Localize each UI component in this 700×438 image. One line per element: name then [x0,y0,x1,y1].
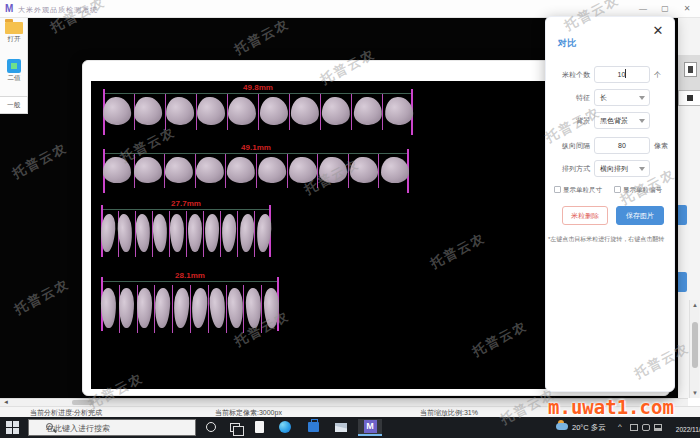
right-panel-tab[interactable] [678,90,700,106]
rice-grain[interactable] [102,96,132,126]
weather-text[interactable]: 20°C 多云 [572,423,606,433]
rice-grain[interactable] [100,214,117,253]
ime-icon[interactable] [654,424,662,431]
folder-icon [5,22,23,34]
store-icon[interactable] [302,419,324,436]
window-title: 大米外观品质检测系统 [18,5,98,15]
edge-icon[interactable] [274,419,296,436]
rice-grain[interactable] [322,96,351,125]
rice-grain[interactable] [353,96,383,126]
side-tab[interactable]: 一般 [0,96,28,114]
chevron-down-icon [639,96,645,100]
rice-grain[interactable] [384,96,414,126]
scroll-left-icon[interactable]: ◄ [1,399,11,406]
measurement-label: 27.7mm [101,199,271,208]
right-panel-button-sliver[interactable] [678,272,687,292]
rice-grain[interactable] [152,214,167,252]
rice-grain[interactable] [188,214,202,252]
field-vspacing: 纵向间隔 80 像素 [546,137,676,154]
rice-grain[interactable] [319,157,347,184]
rice-grain[interactable] [134,96,163,125]
taskbar-search[interactable]: 在此键入进行搜索 [28,419,196,436]
rice-grain[interactable] [257,156,286,184]
scroll-down-icon[interactable]: ▼ [690,388,700,398]
rice-grain[interactable] [264,288,279,328]
rice-grain[interactable] [190,288,208,329]
right-panel-button-sliver[interactable] [678,205,687,225]
rice-grain[interactable] [290,97,319,126]
rice-grain[interactable] [259,97,287,125]
chevron-down-icon [639,167,645,171]
scroll-up-icon[interactable]: ▲ [690,300,700,310]
close-button[interactable]: ✕ [680,2,694,15]
open-button[interactable]: 打开 [1,20,27,54]
arrangement-select[interactable]: 横向排列 [594,160,650,177]
show-size-checkbox[interactable]: 显示单粒尺寸 [554,186,602,195]
rice-grain[interactable] [103,157,131,183]
cortana-icon[interactable] [200,419,222,436]
start-button[interactable] [6,421,19,434]
rice-grain[interactable] [226,156,255,184]
rice-grain[interactable] [195,156,224,183]
screen: M 大米外观品质检测系统 — ▢ ✕ 打开 二值 一般 ▲ ▼ ◄ [0,0,700,438]
background-select[interactable]: 黑色背景 [594,112,650,129]
scrollbar-thumb[interactable] [72,400,94,405]
network-icon[interactable] [630,424,638,431]
measurement-line [101,209,271,210]
grain-count-input[interactable]: 10 [594,66,650,83]
taskbar: 在此键入进行搜索 M 20°C 多云 ^ 2022/11/2 [0,417,700,438]
rice-grain[interactable] [134,157,162,183]
rice-grain[interactable] [205,214,220,252]
feature-select[interactable]: 长 [594,89,650,106]
delete-grain-button[interactable]: 米粒删除 [562,206,608,225]
rice-grain[interactable] [222,214,237,252]
horizontal-scrollbar[interactable]: ◄ [0,398,688,406]
rice-grain[interactable] [350,157,378,183]
task-view-icon[interactable] [224,419,246,436]
rice-grain[interactable] [164,157,192,184]
rice-grain[interactable] [256,214,273,253]
dialog-close-icon[interactable]: ✕ [649,22,667,40]
rice-grain[interactable] [119,288,134,328]
rice-grain[interactable] [172,288,189,329]
rice-grain[interactable] [137,288,152,328]
mail-icon[interactable] [330,419,352,436]
rice-grain[interactable] [288,156,317,183]
rice-grain[interactable] [165,97,194,126]
tray-chevron-icon[interactable]: ^ [618,422,622,431]
right-panel-spinner[interactable] [684,62,697,77]
clock-date[interactable]: 2022/11/2 [668,426,700,433]
dialog-title: 对比 [558,37,576,50]
binary-icon [7,59,21,73]
rice-grain[interactable] [208,288,226,329]
app-m-taskbar-icon[interactable]: M [358,419,382,436]
open-label: 打开 [1,35,27,44]
show-number-checkbox[interactable]: 显示单粒编号 [614,186,662,195]
weather-icon[interactable] [556,423,568,430]
rice-grain[interactable] [239,214,255,253]
minimize-button[interactable]: — [636,2,650,15]
notepad-icon[interactable] [248,419,270,436]
vertical-scrollbar[interactable]: ▲ ▼ [689,300,699,398]
rice-grain[interactable] [135,214,151,253]
checkbox-icon [614,186,621,193]
scrollbar-thumb[interactable] [692,322,698,368]
rice-grain[interactable] [155,288,171,328]
save-image-button[interactable]: 保存图片 [616,206,664,225]
maximize-button[interactable]: ▢ [658,2,672,15]
rice-grain[interactable] [381,157,409,183]
rice-grain[interactable] [117,214,134,253]
rice-grain[interactable] [197,97,225,125]
rice-grain[interactable] [245,288,261,328]
vspacing-input[interactable]: 80 [594,137,650,154]
grain-count-unit: 个 [654,66,661,83]
measurement-label: 49.1mm [103,143,409,152]
app-logo-icon: M [5,3,13,15]
volume-icon[interactable] [642,424,650,431]
rice-grain[interactable] [101,288,116,328]
grain-strip [101,288,279,328]
binary-button[interactable]: 二值 [1,58,27,92]
rice-grain[interactable] [228,97,256,125]
rice-grain[interactable] [170,214,185,252]
rice-grain[interactable] [227,288,244,329]
